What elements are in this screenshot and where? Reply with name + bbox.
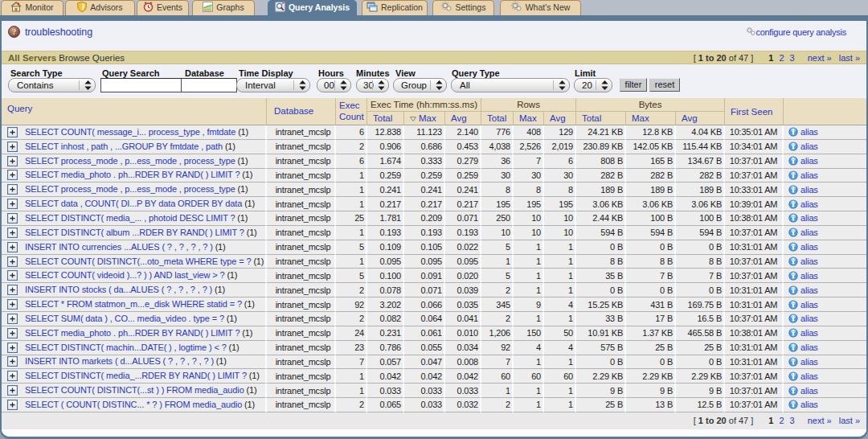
svg-text:?: ? bbox=[12, 27, 16, 36]
